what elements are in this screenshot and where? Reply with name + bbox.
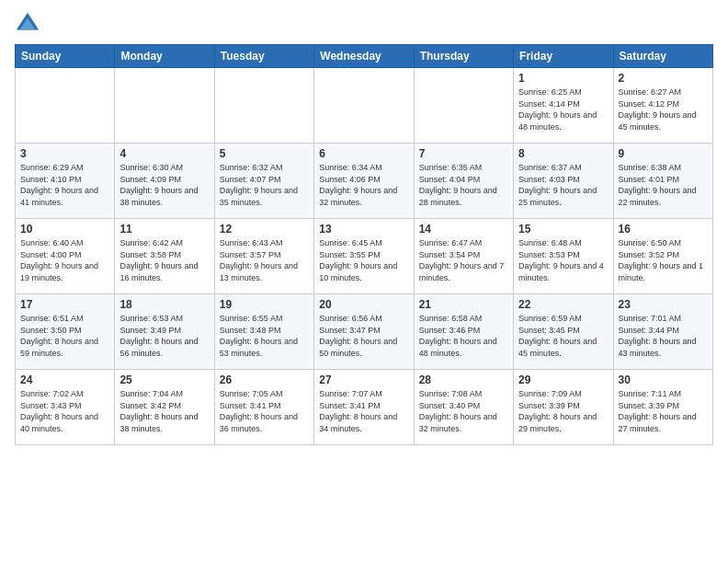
day-cell: 21Sunrise: 6:58 AM Sunset: 3:46 PM Dayli…: [414, 294, 513, 370]
day-info: Sunrise: 6:55 AM Sunset: 3:48 PM Dayligh…: [220, 313, 309, 359]
day-info: Sunrise: 6:43 AM Sunset: 3:57 PM Dayligh…: [220, 237, 309, 283]
day-cell: 9Sunrise: 6:38 AM Sunset: 4:01 PM Daylig…: [613, 144, 712, 219]
day-cell: 10Sunrise: 6:40 AM Sunset: 4:00 PM Dayli…: [16, 219, 115, 294]
day-info: Sunrise: 6:53 AM Sunset: 3:49 PM Dayligh…: [119, 313, 209, 359]
day-info: Sunrise: 6:32 AM Sunset: 4:07 PM Dayligh…: [220, 162, 309, 208]
col-header-friday: Friday: [514, 45, 613, 68]
day-cell: 17Sunrise: 6:51 AM Sunset: 3:50 PM Dayli…: [16, 294, 115, 370]
col-header-tuesday: Tuesday: [214, 45, 313, 68]
day-info: Sunrise: 6:38 AM Sunset: 4:01 PM Dayligh…: [619, 162, 708, 208]
day-number: 26: [220, 373, 309, 386]
day-info: Sunrise: 6:40 AM Sunset: 4:00 PM Dayligh…: [20, 237, 109, 283]
day-number: 15: [518, 223, 608, 236]
day-cell: [214, 68, 313, 144]
day-number: 20: [319, 298, 408, 311]
day-cell: [115, 68, 214, 144]
day-cell: 23Sunrise: 7:01 AM Sunset: 3:44 PM Dayli…: [613, 294, 712, 370]
day-info: Sunrise: 7:09 AM Sunset: 3:39 PM Dayligh…: [518, 388, 608, 434]
day-info: Sunrise: 7:07 AM Sunset: 3:41 PM Dayligh…: [319, 388, 408, 434]
day-info: Sunrise: 6:59 AM Sunset: 3:45 PM Dayligh…: [518, 313, 608, 359]
day-info: Sunrise: 6:35 AM Sunset: 4:04 PM Dayligh…: [419, 162, 508, 208]
day-number: 21: [419, 298, 508, 311]
day-number: 5: [220, 147, 309, 160]
day-number: 16: [619, 223, 708, 236]
header: [15, 11, 713, 37]
day-info: Sunrise: 7:02 AM Sunset: 3:43 PM Dayligh…: [20, 388, 109, 434]
day-number: 14: [419, 223, 508, 236]
week-row-1: 1Sunrise: 6:25 AM Sunset: 4:14 PM Daylig…: [16, 68, 713, 144]
day-info: Sunrise: 6:30 AM Sunset: 4:09 PM Dayligh…: [119, 162, 209, 208]
day-number: 25: [119, 373, 209, 386]
day-cell: 2Sunrise: 6:27 AM Sunset: 4:12 PM Daylig…: [613, 68, 712, 144]
day-cell: 6Sunrise: 6:34 AM Sunset: 4:06 PM Daylig…: [314, 144, 414, 219]
day-number: 11: [119, 223, 209, 236]
logo-icon: [15, 11, 40, 37]
day-cell: 22Sunrise: 6:59 AM Sunset: 3:45 PM Dayli…: [514, 294, 613, 370]
day-cell: 19Sunrise: 6:55 AM Sunset: 3:48 PM Dayli…: [214, 294, 313, 370]
day-cell: 15Sunrise: 6:48 AM Sunset: 3:53 PM Dayli…: [514, 219, 613, 294]
col-header-thursday: Thursday: [414, 45, 513, 68]
day-info: Sunrise: 6:48 AM Sunset: 3:53 PM Dayligh…: [518, 237, 608, 283]
day-info: Sunrise: 6:34 AM Sunset: 4:06 PM Dayligh…: [319, 162, 408, 208]
week-row-4: 17Sunrise: 6:51 AM Sunset: 3:50 PM Dayli…: [16, 294, 713, 370]
day-cell: 14Sunrise: 6:47 AM Sunset: 3:54 PM Dayli…: [414, 219, 513, 294]
calendar-table: SundayMondayTuesdayWednesdayThursdayFrid…: [15, 44, 713, 445]
day-cell: 5Sunrise: 6:32 AM Sunset: 4:07 PM Daylig…: [214, 144, 313, 219]
day-info: Sunrise: 7:04 AM Sunset: 3:42 PM Dayligh…: [119, 388, 209, 434]
logo: [15, 11, 44, 37]
day-number: 4: [119, 147, 209, 160]
col-header-sunday: Sunday: [16, 45, 115, 68]
day-cell: 20Sunrise: 6:56 AM Sunset: 3:47 PM Dayli…: [314, 294, 414, 370]
day-info: Sunrise: 7:05 AM Sunset: 3:41 PM Dayligh…: [220, 388, 309, 434]
day-number: 19: [220, 298, 309, 311]
day-info: Sunrise: 6:42 AM Sunset: 3:58 PM Dayligh…: [119, 237, 209, 283]
day-info: Sunrise: 6:37 AM Sunset: 4:03 PM Dayligh…: [518, 162, 608, 208]
day-info: Sunrise: 6:25 AM Sunset: 4:14 PM Dayligh…: [518, 86, 608, 132]
day-number: 6: [319, 147, 408, 160]
day-number: 28: [419, 373, 508, 386]
calendar-header-row: SundayMondayTuesdayWednesdayThursdayFrid…: [16, 45, 713, 68]
day-number: 23: [619, 298, 708, 311]
day-info: Sunrise: 7:08 AM Sunset: 3:40 PM Dayligh…: [419, 388, 508, 434]
day-number: 2: [619, 72, 708, 85]
day-number: 18: [119, 298, 209, 311]
day-cell: 4Sunrise: 6:30 AM Sunset: 4:09 PM Daylig…: [115, 144, 214, 219]
day-cell: 27Sunrise: 7:07 AM Sunset: 3:41 PM Dayli…: [314, 370, 414, 445]
day-info: Sunrise: 6:27 AM Sunset: 4:12 PM Dayligh…: [619, 86, 708, 132]
day-cell: 30Sunrise: 7:11 AM Sunset: 3:39 PM Dayli…: [613, 370, 712, 445]
day-cell: [314, 68, 414, 144]
day-info: Sunrise: 6:56 AM Sunset: 3:47 PM Dayligh…: [319, 313, 408, 359]
day-cell: 8Sunrise: 6:37 AM Sunset: 4:03 PM Daylig…: [514, 144, 613, 219]
day-number: 13: [319, 223, 408, 236]
day-number: 22: [518, 298, 608, 311]
day-cell: 3Sunrise: 6:29 AM Sunset: 4:10 PM Daylig…: [16, 144, 115, 219]
day-number: 30: [619, 373, 708, 386]
day-cell: 29Sunrise: 7:09 AM Sunset: 3:39 PM Dayli…: [514, 370, 613, 445]
day-info: Sunrise: 6:51 AM Sunset: 3:50 PM Dayligh…: [20, 313, 109, 359]
day-cell: 11Sunrise: 6:42 AM Sunset: 3:58 PM Dayli…: [115, 219, 214, 294]
week-row-3: 10Sunrise: 6:40 AM Sunset: 4:00 PM Dayli…: [16, 219, 713, 294]
day-cell: 16Sunrise: 6:50 AM Sunset: 3:52 PM Dayli…: [613, 219, 712, 294]
day-number: 17: [20, 298, 109, 311]
day-number: 29: [518, 373, 608, 386]
day-number: 24: [20, 373, 109, 386]
day-info: Sunrise: 7:11 AM Sunset: 3:39 PM Dayligh…: [619, 388, 708, 434]
day-number: 1: [518, 72, 608, 85]
day-cell: 18Sunrise: 6:53 AM Sunset: 3:49 PM Dayli…: [115, 294, 214, 370]
week-row-5: 24Sunrise: 7:02 AM Sunset: 3:43 PM Dayli…: [16, 370, 713, 445]
day-cell: [414, 68, 513, 144]
day-info: Sunrise: 6:45 AM Sunset: 3:55 PM Dayligh…: [319, 237, 408, 283]
day-cell: 7Sunrise: 6:35 AM Sunset: 4:04 PM Daylig…: [414, 144, 513, 219]
page: SundayMondayTuesdayWednesdayThursdayFrid…: [0, 0, 728, 453]
day-cell: 24Sunrise: 7:02 AM Sunset: 3:43 PM Dayli…: [16, 370, 115, 445]
day-number: 12: [220, 223, 309, 236]
day-cell: 1Sunrise: 6:25 AM Sunset: 4:14 PM Daylig…: [514, 68, 613, 144]
day-cell: 25Sunrise: 7:04 AM Sunset: 3:42 PM Dayli…: [115, 370, 214, 445]
day-info: Sunrise: 6:47 AM Sunset: 3:54 PM Dayligh…: [419, 237, 508, 283]
day-number: 8: [518, 147, 608, 160]
day-number: 10: [20, 223, 109, 236]
day-number: 27: [319, 373, 408, 386]
day-cell: 26Sunrise: 7:05 AM Sunset: 3:41 PM Dayli…: [214, 370, 313, 445]
day-info: Sunrise: 7:01 AM Sunset: 3:44 PM Dayligh…: [619, 313, 708, 359]
day-cell: 28Sunrise: 7:08 AM Sunset: 3:40 PM Dayli…: [414, 370, 513, 445]
